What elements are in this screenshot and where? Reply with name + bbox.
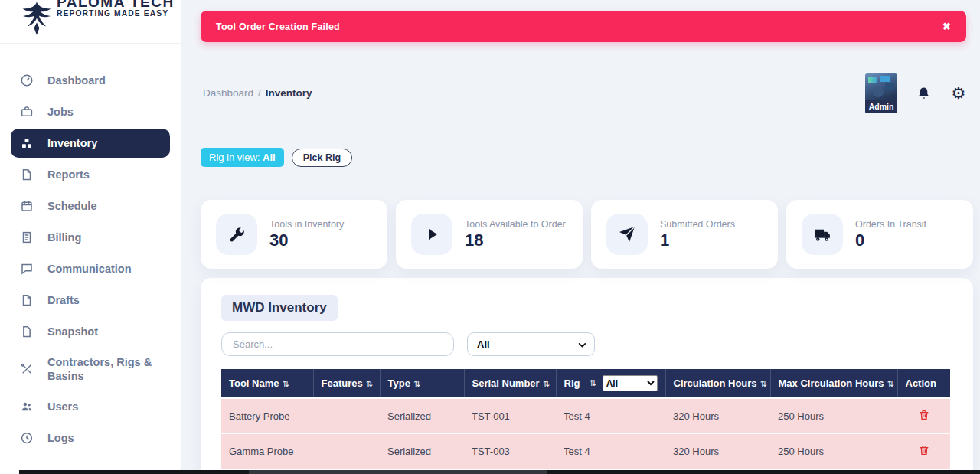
calendar-icon [19, 198, 34, 214]
sidebar-item-label: Snapshot [47, 325, 98, 338]
column-header-features[interactable]: Features⇅ [313, 369, 380, 398]
error-alert-banner: Tool Order Creation Failed ✖ [201, 11, 966, 42]
cell-type: Serialized [380, 398, 464, 433]
sort-icon: ⇅ [366, 379, 373, 388]
type-filter-select[interactable]: All [467, 332, 595, 356]
app-logo[interactable]: PALOMA TECH REPORTING MADE EASY [0, 0, 181, 44]
sidebar-item-billing[interactable]: Billing [11, 223, 170, 252]
sidebar-item-label: Dashboard [47, 74, 106, 87]
logo-subtitle: REPORTING MADE EASY [57, 10, 175, 18]
sidebar-item-users[interactable]: Users [11, 392, 170, 421]
receipt-icon [19, 230, 34, 245]
truck-icon [802, 214, 843, 255]
dashboard-icon [19, 73, 34, 88]
alert-message: Tool Order Creation Failed [216, 21, 340, 32]
column-header-tool-name[interactable]: Tool Name⇅ [221, 369, 313, 398]
stat-label: Tools Available to Order [465, 219, 566, 230]
sidebar-item-label: Reports [47, 168, 90, 181]
sort-icon: ⇅ [887, 379, 893, 388]
stat-label: Tools in Inventory [270, 219, 344, 230]
cell-tool-name: Gamma Probe [221, 433, 313, 469]
file-blank-icon [19, 324, 34, 339]
main-content: Tool Order Creation Failed ✖ Dashboard/I… [181, 0, 980, 474]
column-header-action: Action [897, 369, 950, 398]
cell-rig: Test 4 [556, 398, 665, 433]
sidebar-item-label: Drafts [47, 293, 80, 307]
users-icon [19, 399, 34, 414]
sort-icon: ⇅ [589, 378, 596, 388]
avatar-label: Admin [865, 100, 897, 113]
stat-value: 0 [855, 231, 926, 250]
alert-close-icon[interactable]: ✖ [942, 21, 951, 31]
rig-in-view-badge: Rig in view: All [201, 148, 284, 167]
sidebar-item-label: Inventory [47, 136, 97, 150]
sidebar-item-label: Users [47, 400, 78, 414]
stat-value: 1 [660, 231, 735, 250]
stat-card-tools-in-inventory: Tools in Inventory 30 [201, 200, 387, 269]
cell-features [313, 398, 380, 433]
eagle-logo-icon [17, 0, 57, 43]
table-header-row: Tool Name⇅ Features⇅ Type⇅ Serial Number… [221, 369, 950, 398]
logo-title: PALOMA TECH [57, 0, 175, 10]
cell-tool-name: Battery Probe [221, 398, 313, 433]
topbar: Dashboard/Inventory Admin ⚙ [203, 73, 969, 113]
settings-gear-icon[interactable]: ⚙ [949, 84, 968, 103]
pick-rig-button[interactable]: Pick Rig [292, 149, 352, 167]
sidebar-item-logs[interactable]: Logs [11, 423, 170, 453]
stat-label: Orders In Transit [855, 219, 926, 230]
sidebar-item-inventory[interactable]: Inventory [11, 129, 170, 158]
sort-icon: ⇅ [543, 379, 550, 388]
cell-max-circulation-hours: 250 Hours [770, 433, 897, 469]
sidebar-item-label: Jobs [47, 105, 74, 119]
chat-icon [19, 261, 34, 276]
sidebar-item-contractors-rigs-basins[interactable]: Contractors, Rigs & Basins [11, 348, 170, 390]
sidebar-item-reports[interactable]: Reports [11, 160, 170, 189]
wrench-icon [216, 214, 257, 255]
cell-serial-number: TST-003 [464, 433, 556, 469]
mwd-inventory-card: MWD Inventory All Tool Name⇅ Features⇅ [201, 278, 973, 474]
column-header-type[interactable]: Type⇅ [380, 369, 464, 398]
sort-icon: ⇅ [413, 379, 420, 388]
breadcrumb-parent[interactable]: Dashboard [203, 87, 253, 99]
sidebar-item-dashboard[interactable]: Dashboard [11, 66, 170, 95]
inventory-table: Tool Name⇅ Features⇅ Type⇅ Serial Number… [221, 369, 950, 469]
column-header-serial-number[interactable]: Serial Number⇅ [464, 369, 556, 398]
cell-serial-number: TST-001 [464, 398, 556, 433]
clock-icon [19, 430, 34, 446]
sidebar: PALOMA TECH REPORTING MADE EASY Dashboar… [0, 0, 181, 474]
avatar[interactable]: Admin [865, 73, 897, 113]
notifications-bell-icon[interactable] [914, 84, 933, 103]
stat-card-submitted-orders: Submitted Orders 1 [591, 200, 778, 269]
stats-row: Tools in Inventory 30 Tools Available to… [201, 200, 973, 269]
cell-type: Serialized [380, 433, 464, 469]
column-header-max-circulation-hours[interactable]: Max Circulation Hours⇅ [770, 369, 897, 398]
type-filter-select-wrap: All [467, 332, 595, 356]
play-icon [411, 214, 452, 255]
sidebar-item-drafts[interactable]: Drafts [11, 286, 170, 315]
briefcase-icon [19, 104, 34, 119]
sidebar-item-jobs[interactable]: Jobs [11, 97, 170, 126]
breadcrumb-current: Inventory [266, 87, 312, 99]
file-icon [19, 167, 34, 182]
trash-icon [918, 447, 930, 459]
topbar-actions: Admin ⚙ [865, 73, 969, 113]
sidebar-item-label: Schedule [47, 199, 96, 213]
delete-button[interactable] [916, 407, 932, 425]
sidebar-item-communication[interactable]: Communication [11, 254, 170, 283]
sidebar-item-schedule[interactable]: Schedule [11, 191, 170, 221]
sidebar-item-label: Billing [47, 230, 81, 244]
search-input[interactable] [221, 332, 454, 356]
table-filter-row: All [221, 332, 950, 356]
stat-value: 30 [270, 231, 344, 250]
column-header-rig[interactable]: Rig⇅ All [556, 369, 665, 398]
sidebar-item-label: Logs [47, 431, 74, 445]
sidebar-item-label: Communication [47, 262, 132, 276]
column-header-circulation-hours[interactable]: Circulation Hours⇅ [665, 369, 770, 398]
rig-filter-select[interactable]: All [603, 375, 658, 391]
breadcrumb: Dashboard/Inventory [203, 87, 312, 99]
delete-button[interactable] [916, 443, 932, 460]
section-title: MWD Inventory [221, 295, 338, 321]
sidebar-item-snapshot[interactable]: Snapshot [11, 317, 170, 346]
stat-card-tools-available: Tools Available to Order 18 [396, 200, 583, 269]
cell-rig: Test 4 [556, 433, 665, 469]
